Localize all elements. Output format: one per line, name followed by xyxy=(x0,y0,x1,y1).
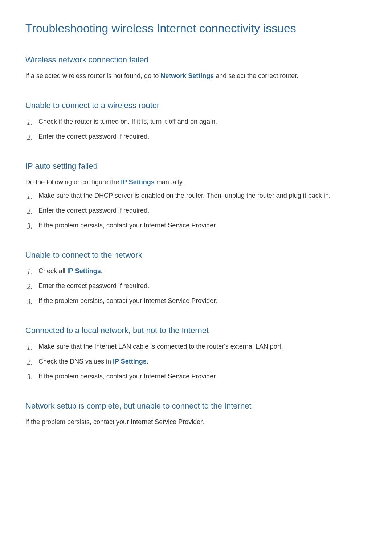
step-item: If the problem persists, contact your In… xyxy=(25,372,367,381)
steps-list: Make sure that the DHCP server is enable… xyxy=(25,191,367,230)
page-title: Troubleshooting wireless Internet connec… xyxy=(25,22,367,35)
intro-segment-text: manually. xyxy=(155,178,184,186)
intro-segment-text: If a selected wireless router is not fou… xyxy=(25,72,160,79)
step-item: Check if the router is turned on. If it … xyxy=(25,117,367,127)
step-segment-text: Enter the correct password if required. xyxy=(38,207,149,214)
step-segment-text: . xyxy=(101,267,103,275)
step-segment-text: Check all xyxy=(38,267,67,275)
step-segment-link[interactable]: IP Settings xyxy=(67,267,101,275)
sections-container: Wireless network connection failedIf a s… xyxy=(25,55,367,427)
steps-list: Check if the router is turned on. If it … xyxy=(25,117,367,141)
steps-list: Check all IP Settings.Enter the correct … xyxy=(25,266,367,306)
step-item: Check all IP Settings. xyxy=(25,266,367,276)
section-heading: Connected to a local network, but not to… xyxy=(25,326,367,335)
step-segment-text: If the problem persists, contact your In… xyxy=(38,297,217,304)
intro-segment-text: and select the correct router. xyxy=(214,72,298,79)
section: Connected to a local network, but not to… xyxy=(25,326,367,381)
section-intro: Do the following or configure the IP Set… xyxy=(25,177,367,187)
step-item: If the problem persists, contact your In… xyxy=(25,221,367,230)
step-segment-text: . xyxy=(147,358,148,365)
section-intro: If the problem persists, contact your In… xyxy=(25,417,367,427)
step-segment-text: Enter the correct password if required. xyxy=(38,133,149,140)
step-item: Enter the correct password if required. xyxy=(25,206,367,216)
step-item: Enter the correct password if required. xyxy=(25,132,367,141)
intro-segment-link[interactable]: IP Settings xyxy=(121,178,155,186)
step-segment-text: Make sure that the Internet LAN cable is… xyxy=(38,343,283,350)
step-item: Make sure that the DHCP server is enable… xyxy=(25,191,367,201)
step-segment-text: If the problem persists, contact your In… xyxy=(38,222,217,229)
step-segment-text: If the problem persists, contact your In… xyxy=(38,373,217,380)
step-segment-text: Make sure that the DHCP server is enable… xyxy=(38,192,331,199)
section: Unable to connect to a wireless routerCh… xyxy=(25,101,367,141)
section: IP auto setting failedDo the following o… xyxy=(25,161,367,230)
step-segment-text: Check if the router is turned on. If it … xyxy=(38,118,217,125)
section-heading: Unable to connect to the network xyxy=(25,250,367,260)
section: Unable to connect to the networkCheck al… xyxy=(25,250,367,306)
section-heading: Network setup is complete, but unable to… xyxy=(25,401,367,411)
step-segment-text: Enter the correct password if required. xyxy=(38,282,149,290)
step-item: Check the DNS values in IP Settings. xyxy=(25,357,367,366)
intro-segment-link[interactable]: Network Settings xyxy=(160,72,214,79)
section-heading: Wireless network connection failed xyxy=(25,55,367,65)
step-item: Enter the correct password if required. xyxy=(25,281,367,291)
section-intro: If a selected wireless router is not fou… xyxy=(25,71,367,81)
step-segment-link[interactable]: IP Settings xyxy=(113,358,147,365)
step-item: Make sure that the Internet LAN cable is… xyxy=(25,342,367,352)
section-heading: Unable to connect to a wireless router xyxy=(25,101,367,110)
steps-list: Make sure that the Internet LAN cable is… xyxy=(25,342,367,381)
section: Network setup is complete, but unable to… xyxy=(25,401,367,427)
section: Wireless network connection failedIf a s… xyxy=(25,55,367,81)
intro-segment-text: Do the following or configure the xyxy=(25,178,121,186)
intro-segment-text: If the problem persists, contact your In… xyxy=(25,418,204,426)
step-item: If the problem persists, contact your In… xyxy=(25,296,367,306)
step-segment-text: Check the DNS values in xyxy=(38,358,113,365)
section-heading: IP auto setting failed xyxy=(25,161,367,171)
